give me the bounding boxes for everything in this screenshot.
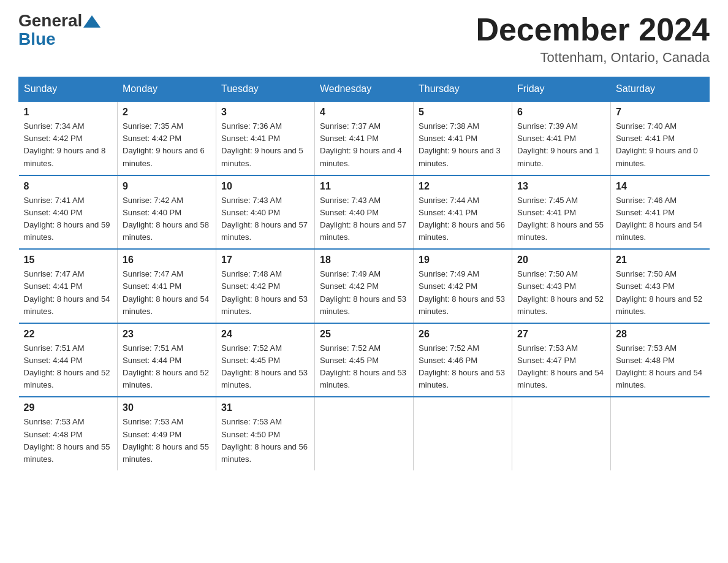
day-info: Sunrise: 7:44 AMSunset: 4:41 PMDaylight:… bbox=[419, 194, 507, 244]
day-number: 19 bbox=[419, 255, 507, 266]
week-row-1: 1 Sunrise: 7:34 AMSunset: 4:42 PMDayligh… bbox=[19, 101, 710, 175]
calendar-cell: 1 Sunrise: 7:34 AMSunset: 4:42 PMDayligh… bbox=[19, 101, 118, 175]
day-number: 12 bbox=[419, 181, 507, 192]
calendar-header-row: SundayMondayTuesdayWednesdayThursdayFrid… bbox=[19, 77, 710, 102]
day-number: 8 bbox=[24, 181, 113, 192]
day-info: Sunrise: 7:50 AMSunset: 4:43 PMDaylight:… bbox=[517, 268, 605, 318]
calendar-cell: 4 Sunrise: 7:37 AMSunset: 4:41 PMDayligh… bbox=[315, 101, 414, 175]
logo: General Blue bbox=[18, 12, 102, 49]
day-info: Sunrise: 7:42 AMSunset: 4:40 PMDaylight:… bbox=[123, 194, 211, 244]
day-number: 26 bbox=[419, 329, 507, 340]
calendar-cell: 15 Sunrise: 7:47 AMSunset: 4:41 PMDaylig… bbox=[19, 249, 118, 323]
calendar-cell: 9 Sunrise: 7:42 AMSunset: 4:40 PMDayligh… bbox=[118, 175, 216, 250]
calendar-cell: 7 Sunrise: 7:40 AMSunset: 4:41 PMDayligh… bbox=[611, 101, 710, 175]
calendar-cell: 31 Sunrise: 7:53 AMSunset: 4:50 PMDaylig… bbox=[216, 397, 315, 470]
day-info: Sunrise: 7:53 AMSunset: 4:49 PMDaylight:… bbox=[123, 416, 211, 465]
calendar-cell: 27 Sunrise: 7:53 AMSunset: 4:47 PMDaylig… bbox=[512, 323, 611, 397]
calendar-cell: 29 Sunrise: 7:53 AMSunset: 4:48 PMDaylig… bbox=[19, 397, 118, 470]
day-number: 1 bbox=[24, 107, 113, 118]
day-info: Sunrise: 7:52 AMSunset: 4:46 PMDaylight:… bbox=[419, 342, 507, 392]
header-tuesday: Tuesday bbox=[216, 77, 315, 102]
header-thursday: Thursday bbox=[414, 77, 512, 102]
day-info: Sunrise: 7:43 AMSunset: 4:40 PMDaylight:… bbox=[221, 194, 309, 244]
day-number: 14 bbox=[616, 181, 705, 192]
header-sunday: Sunday bbox=[19, 77, 118, 102]
day-info: Sunrise: 7:41 AMSunset: 4:40 PMDaylight:… bbox=[24, 194, 113, 244]
header-monday: Monday bbox=[118, 77, 216, 102]
day-info: Sunrise: 7:52 AMSunset: 4:45 PMDaylight:… bbox=[221, 342, 309, 392]
day-number: 18 bbox=[320, 255, 408, 266]
day-number: 16 bbox=[123, 255, 211, 266]
logo-triangle-icon bbox=[83, 15, 100, 28]
day-number: 6 bbox=[517, 107, 605, 118]
day-number: 15 bbox=[24, 255, 113, 266]
day-number: 28 bbox=[616, 329, 705, 340]
day-number: 3 bbox=[221, 107, 309, 118]
day-number: 23 bbox=[123, 329, 211, 340]
calendar-cell: 2 Sunrise: 7:35 AMSunset: 4:42 PMDayligh… bbox=[118, 101, 216, 175]
calendar-cell: 30 Sunrise: 7:53 AMSunset: 4:49 PMDaylig… bbox=[118, 397, 216, 470]
calendar-cell: 22 Sunrise: 7:51 AMSunset: 4:44 PMDaylig… bbox=[19, 323, 118, 397]
day-number: 20 bbox=[517, 255, 605, 266]
calendar-cell: 8 Sunrise: 7:41 AMSunset: 4:40 PMDayligh… bbox=[19, 175, 118, 250]
day-number: 24 bbox=[221, 329, 309, 340]
week-row-3: 15 Sunrise: 7:47 AMSunset: 4:41 PMDaylig… bbox=[19, 249, 710, 323]
day-info: Sunrise: 7:49 AMSunset: 4:42 PMDaylight:… bbox=[419, 268, 507, 318]
day-number: 5 bbox=[419, 107, 507, 118]
calendar-cell: 12 Sunrise: 7:44 AMSunset: 4:41 PMDaylig… bbox=[414, 175, 512, 250]
calendar-cell: 13 Sunrise: 7:45 AMSunset: 4:41 PMDaylig… bbox=[512, 175, 611, 250]
month-title: December 2024 bbox=[476, 12, 710, 47]
calendar-cell: 14 Sunrise: 7:46 AMSunset: 4:41 PMDaylig… bbox=[611, 175, 710, 250]
day-number: 27 bbox=[517, 329, 605, 340]
logo-general-text: General bbox=[18, 12, 82, 29]
day-info: Sunrise: 7:47 AMSunset: 4:41 PMDaylight:… bbox=[123, 268, 211, 318]
day-info: Sunrise: 7:50 AMSunset: 4:43 PMDaylight:… bbox=[616, 268, 705, 318]
calendar-cell: 16 Sunrise: 7:47 AMSunset: 4:41 PMDaylig… bbox=[118, 249, 216, 323]
day-number: 11 bbox=[320, 181, 408, 192]
calendar-cell bbox=[414, 397, 512, 470]
day-info: Sunrise: 7:39 AMSunset: 4:41 PMDaylight:… bbox=[517, 120, 605, 170]
day-info: Sunrise: 7:51 AMSunset: 4:44 PMDaylight:… bbox=[24, 342, 113, 392]
day-info: Sunrise: 7:49 AMSunset: 4:42 PMDaylight:… bbox=[320, 268, 408, 318]
calendar-cell bbox=[315, 397, 414, 470]
day-info: Sunrise: 7:34 AMSunset: 4:42 PMDaylight:… bbox=[24, 120, 113, 170]
calendar-cell: 11 Sunrise: 7:43 AMSunset: 4:40 PMDaylig… bbox=[315, 175, 414, 250]
header-wednesday: Wednesday bbox=[315, 77, 414, 102]
day-info: Sunrise: 7:40 AMSunset: 4:41 PMDaylight:… bbox=[616, 120, 705, 170]
day-number: 22 bbox=[24, 329, 113, 340]
calendar-cell: 26 Sunrise: 7:52 AMSunset: 4:46 PMDaylig… bbox=[414, 323, 512, 397]
week-row-2: 8 Sunrise: 7:41 AMSunset: 4:40 PMDayligh… bbox=[19, 175, 710, 250]
day-number: 9 bbox=[123, 181, 211, 192]
day-info: Sunrise: 7:36 AMSunset: 4:41 PMDaylight:… bbox=[221, 120, 309, 170]
calendar-cell: 24 Sunrise: 7:52 AMSunset: 4:45 PMDaylig… bbox=[216, 323, 315, 397]
day-number: 10 bbox=[221, 181, 309, 192]
day-number: 4 bbox=[320, 107, 408, 118]
day-number: 21 bbox=[616, 255, 705, 266]
location: Tottenham, Ontario, Canada bbox=[476, 50, 710, 66]
day-number: 31 bbox=[221, 402, 309, 413]
day-info: Sunrise: 7:47 AMSunset: 4:41 PMDaylight:… bbox=[24, 268, 113, 318]
calendar-cell: 21 Sunrise: 7:50 AMSunset: 4:43 PMDaylig… bbox=[611, 249, 710, 323]
day-info: Sunrise: 7:48 AMSunset: 4:42 PMDaylight:… bbox=[221, 268, 309, 318]
calendar-cell: 23 Sunrise: 7:51 AMSunset: 4:44 PMDaylig… bbox=[118, 323, 216, 397]
page-header: General Blue December 2024 Tottenham, On… bbox=[18, 12, 710, 66]
calendar-cell: 10 Sunrise: 7:43 AMSunset: 4:40 PMDaylig… bbox=[216, 175, 315, 250]
day-info: Sunrise: 7:53 AMSunset: 4:48 PMDaylight:… bbox=[616, 342, 705, 392]
day-number: 7 bbox=[616, 107, 705, 118]
calendar-cell: 20 Sunrise: 7:50 AMSunset: 4:43 PMDaylig… bbox=[512, 249, 611, 323]
calendar-cell: 28 Sunrise: 7:53 AMSunset: 4:48 PMDaylig… bbox=[611, 323, 710, 397]
day-info: Sunrise: 7:35 AMSunset: 4:42 PMDaylight:… bbox=[123, 120, 211, 170]
week-row-5: 29 Sunrise: 7:53 AMSunset: 4:48 PMDaylig… bbox=[19, 397, 710, 470]
day-info: Sunrise: 7:45 AMSunset: 4:41 PMDaylight:… bbox=[517, 194, 605, 244]
day-info: Sunrise: 7:53 AMSunset: 4:50 PMDaylight:… bbox=[221, 416, 309, 465]
calendar-cell: 17 Sunrise: 7:48 AMSunset: 4:42 PMDaylig… bbox=[216, 249, 315, 323]
day-info: Sunrise: 7:52 AMSunset: 4:45 PMDaylight:… bbox=[320, 342, 408, 392]
calendar-cell bbox=[512, 397, 611, 470]
calendar-cell bbox=[611, 397, 710, 470]
calendar-table: SundayMondayTuesdayWednesdayThursdayFrid… bbox=[18, 77, 710, 470]
day-info: Sunrise: 7:53 AMSunset: 4:47 PMDaylight:… bbox=[517, 342, 605, 392]
day-number: 2 bbox=[123, 107, 211, 118]
day-info: Sunrise: 7:46 AMSunset: 4:41 PMDaylight:… bbox=[616, 194, 705, 244]
calendar-cell: 3 Sunrise: 7:36 AMSunset: 4:41 PMDayligh… bbox=[216, 101, 315, 175]
day-number: 30 bbox=[123, 402, 211, 413]
